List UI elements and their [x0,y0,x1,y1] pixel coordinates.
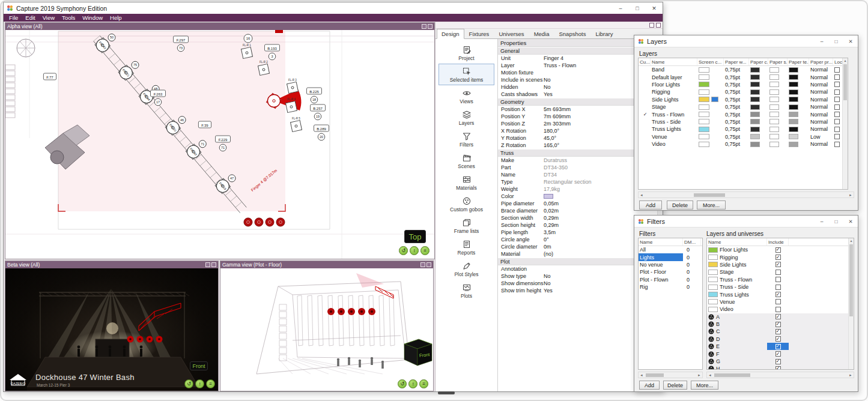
checkbox[interactable] [834,134,840,139]
more-button[interactable]: More... [691,381,718,390]
layers-universes-hscrollbar[interactable]: ◂▸ [706,372,854,378]
include-checkbox[interactable] [775,270,781,275]
color-swatch[interactable] [769,97,779,102]
layer-row-truss-side[interactable]: Truss - Side0,75ptNormal [639,118,848,125]
view-focus-button[interactable]: ↕ [408,379,417,388]
layers-universes-vscrollbar[interactable]: ▴ [848,238,854,369]
color-swatch[interactable] [699,82,709,87]
color-swatch[interactable] [789,134,798,139]
layers-column-3[interactable]: Paper w... [724,58,749,65]
color-swatch[interactable] [750,67,760,73]
view-close-icon[interactable] [428,24,432,29]
menu-tools[interactable]: Tools [58,14,79,21]
color-swatch[interactable] [750,142,760,147]
menu-view[interactable]: View [39,14,58,21]
sidebar-item-materials[interactable]: Materials [439,172,494,193]
color-swatch[interactable] [789,104,798,110]
layers-window-minimize-button[interactable]: – [815,35,829,47]
include-layer-row-truss-lights[interactable]: Truss Lights✓ [707,291,854,298]
color-swatch[interactable] [769,74,779,80]
delete-button[interactable]: Delete [667,200,693,210]
tab-library[interactable]: Library [590,29,618,39]
color-swatch[interactable] [699,89,709,95]
view-rotate-button[interactable]: ↺ [398,379,407,388]
include-universe-row-h[interactable]: H✓ [707,365,854,370]
sidebar-item-frame-lists[interactable]: Frame lists [439,215,494,237]
color-swatch[interactable] [789,74,798,80]
layer-row-truss-lights[interactable]: Truss Lights0,75ptNormal [639,125,848,133]
filter-row-rig[interactable]: Rig0 [639,283,702,291]
color-swatch[interactable] [699,67,709,73]
layer-row-rigging[interactable]: Rigging0,75ptNormal [639,88,848,95]
include-layer-row-venue[interactable]: Venue [707,298,854,306]
color-swatch[interactable] [750,134,760,139]
color-swatch[interactable] [750,89,760,95]
view-menu-button[interactable]: ≡ [206,379,215,388]
tab-universes[interactable]: Universes [494,29,529,39]
color-swatch[interactable] [789,67,798,73]
dock-close-icon[interactable] [656,23,661,28]
view-rotate-button[interactable]: ↺ [399,246,408,255]
color-swatch[interactable] [699,119,709,124]
color-swatch[interactable] [699,112,709,117]
include-layer-row-video[interactable]: Video [707,306,854,313]
tab-snapshots[interactable]: Snapshots [554,29,591,39]
menu-file[interactable]: File [5,14,22,21]
include-layer-row-side-lights[interactable]: Side Lights✓ [707,261,854,268]
layers-column-7[interactable]: Paper pr... [809,58,833,65]
include-layer-row-stage[interactable]: Stage [707,268,854,276]
color-swatch[interactable] [699,104,709,110]
view-focus-button[interactable]: ↕ [410,246,419,255]
color-swatch[interactable] [711,97,718,102]
layers-table-vscrollbar[interactable]: ▴ [842,58,848,189]
filters-column-0[interactable]: Name [639,238,683,246]
checkbox[interactable] [834,82,840,87]
checkbox[interactable] [834,119,840,124]
sidebar-item-plots[interactable]: Plots [439,280,494,301]
color-swatch[interactable] [544,194,553,199]
sidebar-item-plot-styles[interactable]: Plot Styles [439,258,494,280]
sidebar-item-project[interactable]: Project [439,42,494,64]
include-checkbox[interactable] [775,277,781,282]
tab-media[interactable]: Media [529,29,554,39]
include-checkbox[interactable]: ✓ [775,255,781,260]
color-swatch[interactable] [750,127,760,132]
view-float-icon[interactable] [205,262,210,267]
layers-window-close-button[interactable]: ✕ [843,35,858,47]
view-rotate-button[interactable]: ↺ [184,379,193,388]
filters-column-1[interactable]: DM... [683,238,701,246]
checkbox[interactable] [834,127,840,132]
color-swatch[interactable] [769,104,779,110]
menu-window[interactable]: Window [79,14,106,21]
color-swatch[interactable] [769,67,779,73]
sidebar-item-scenes[interactable]: Scenes [439,150,494,172]
sidebar-item-reports[interactable]: Reports [439,237,494,258]
filter-row-all[interactable]: All0 [639,246,702,253]
include-checkbox[interactable]: ✓ [775,247,781,253]
layers-window-maximize-button[interactable]: □ [829,35,843,47]
color-swatch[interactable] [769,142,779,147]
checkbox[interactable] [834,89,840,95]
beta-view-canvas[interactable]: GAZEB/O Dockhouse 47 Winter Bash March 1… [5,268,218,391]
layer-row-default-layer[interactable]: Default layer0,75ptNormal [639,73,848,80]
delete-button[interactable]: Delete [663,381,687,390]
checkbox[interactable] [834,104,840,110]
more-button[interactable]: More... [697,200,726,210]
color-swatch[interactable] [750,104,760,110]
include-checkbox[interactable]: ✓ [775,292,781,297]
layers-universes-column-1[interactable]: Include [767,238,789,246]
checkbox[interactable] [834,142,840,147]
color-swatch[interactable] [750,97,760,102]
include-checkbox[interactable]: ✓ [775,262,781,267]
color-swatch[interactable] [789,119,798,124]
color-swatch[interactable] [789,142,798,147]
color-swatch[interactable] [769,127,779,132]
include-universe-row-g[interactable]: G✓ [707,358,854,365]
tab-fixtures[interactable]: Fixtures [464,29,494,39]
include-universe-row-d[interactable]: D✓ [707,336,854,343]
include-universe-row-b[interactable]: B✓ [707,321,854,328]
include-layer-row-floor-lights[interactable]: Floor Lights✓ [707,246,854,253]
color-swatch[interactable] [789,89,798,95]
color-swatch[interactable] [789,112,798,117]
view-close-icon[interactable] [426,262,431,267]
